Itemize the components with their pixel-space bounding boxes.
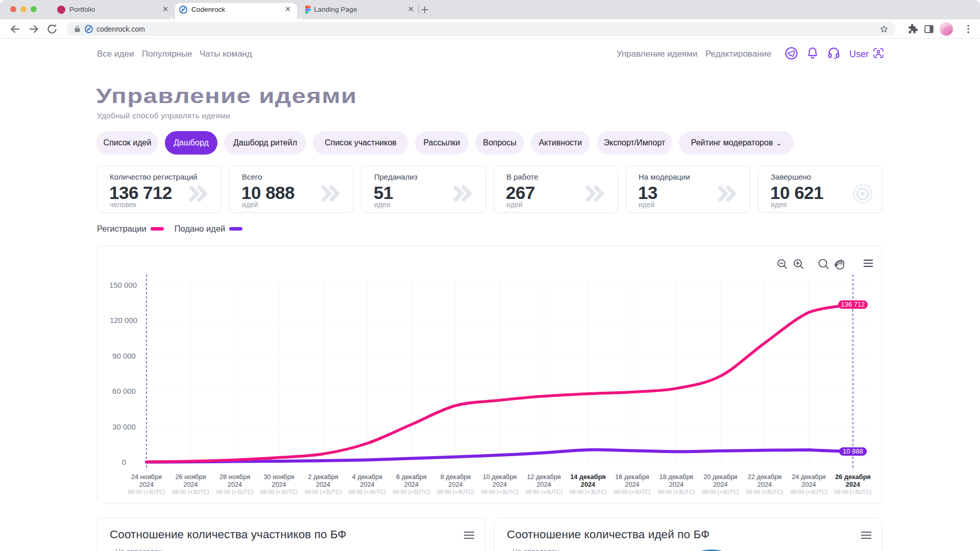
svg-text:2024: 2024 <box>360 481 374 488</box>
svg-text:2024: 2024 <box>536 481 551 488</box>
svg-text:2024: 2024 <box>272 481 286 488</box>
svg-text:2024: 2024 <box>846 481 861 488</box>
svg-text:0: 0 <box>122 458 126 466</box>
svg-text:09:00 (+3UTC): 09:00 (+3UTC) <box>393 489 430 495</box>
svg-text:30 000: 30 000 <box>112 422 136 431</box>
svg-text:24 декабря: 24 декабря <box>792 473 826 481</box>
svg-text:09:00 (+3UTC): 09:00 (+3UTC) <box>746 489 783 495</box>
svg-text:24 ноября: 24 ноября <box>131 473 162 481</box>
svg-text:2024: 2024 <box>713 481 727 488</box>
svg-text:2024: 2024 <box>404 481 419 488</box>
svg-text:14 декабря: 14 декабря <box>570 473 606 481</box>
svg-text:90 000: 90 000 <box>112 352 136 360</box>
svg-text:09:00 (+3UTC): 09:00 (+3UTC) <box>304 489 341 495</box>
svg-text:09:00 (+3UTC): 09:00 (+3UTC) <box>614 489 651 495</box>
svg-text:2024: 2024 <box>757 481 772 488</box>
svg-text:09:00 (+3UTC): 09:00 (+3UTC) <box>260 489 298 495</box>
svg-text:10 декабря: 10 декабря <box>483 473 517 481</box>
svg-text:09:00 (+3UTC): 09:00 (+3UTC) <box>834 489 871 495</box>
svg-text:2024: 2024 <box>316 481 330 488</box>
svg-text:09:00 (+3UTC): 09:00 (+3UTC) <box>437 489 474 495</box>
svg-text:09:00 (+3UTC): 09:00 (+3UTC) <box>525 489 562 495</box>
svg-text:2024: 2024 <box>801 481 816 488</box>
svg-text:09:00 (+3UTC): 09:00 (+3UTC) <box>172 489 209 495</box>
svg-text:120 000: 120 000 <box>110 316 137 324</box>
svg-text:09:00 (+3UTC): 09:00 (+3UTC) <box>657 489 695 495</box>
svg-text:12 декабря: 12 декабря <box>527 473 561 481</box>
svg-text:2024: 2024 <box>625 481 639 488</box>
svg-text:20 декабря: 20 декабря <box>703 473 738 481</box>
svg-text:8 декабря: 8 декабря <box>440 473 471 481</box>
svg-text:26 декабря: 26 декабря <box>835 473 871 481</box>
svg-text:2024: 2024 <box>493 481 507 488</box>
svg-text:09:00 (+3UTC): 09:00 (+3UTC) <box>569 489 606 495</box>
svg-text:6 декабря: 6 декабря <box>396 473 427 481</box>
svg-text:2024: 2024 <box>228 481 242 488</box>
svg-text:18 декабря: 18 декабря <box>659 473 694 481</box>
svg-text:09:00 (+3UTC): 09:00 (+3UTC) <box>790 489 827 495</box>
svg-text:30 ноября: 30 ноября <box>263 473 294 481</box>
svg-text:2024: 2024 <box>448 481 462 488</box>
svg-text:09:00 (+3UTC): 09:00 (+3UTC) <box>216 489 253 495</box>
svg-text:26 ноября: 26 ноября <box>175 473 206 481</box>
svg-text:2024: 2024 <box>581 481 596 488</box>
svg-text:09:00 (+3UTC): 09:00 (+3UTC) <box>702 489 739 495</box>
svg-text:60 000: 60 000 <box>112 387 136 395</box>
svg-text:16 декабря: 16 декабря <box>615 473 649 481</box>
svg-text:10 888: 10 888 <box>843 447 863 455</box>
svg-text:2 декабря: 2 декабря <box>308 473 338 481</box>
svg-text:150 000: 150 000 <box>109 281 137 289</box>
svg-text:28 ноября: 28 ноября <box>219 473 250 481</box>
svg-text:09:00 (+3UTC): 09:00 (+3UTC) <box>349 489 386 495</box>
svg-text:22 декабря: 22 декабря <box>748 473 782 481</box>
svg-text:09:00 (+3UTC): 09:00 (+3UTC) <box>481 489 518 495</box>
svg-text:136 712: 136 712 <box>841 300 865 308</box>
svg-text:09:00 (+3UTC): 09:00 (+3UTC) <box>128 489 165 495</box>
svg-text:2024: 2024 <box>183 481 198 488</box>
svg-text:2024: 2024 <box>139 481 154 488</box>
svg-text:2024: 2024 <box>669 481 683 488</box>
svg-text:4 декабря: 4 декабря <box>352 473 383 481</box>
